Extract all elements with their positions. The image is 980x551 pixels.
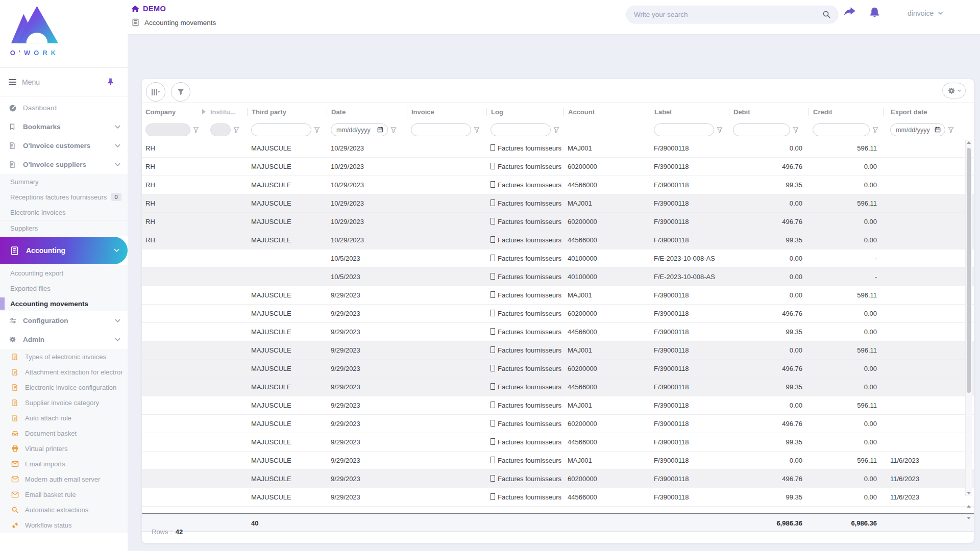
sidebar-item-document-basket[interactable]: Document basket — [0, 425, 128, 441]
vertical-scrollbar[interactable] — [965, 140, 972, 496]
cell-credit: - — [808, 255, 883, 262]
table-row[interactable]: MAJUSCULE9/29/2023Factures fournisseurs4… — [142, 323, 974, 341]
sidebar-item-supplier-invoice-category[interactable]: Supplier invoice category — [0, 395, 128, 410]
table-row[interactable]: RHMAJUSCULE10/29/2023Factures fournisseu… — [142, 139, 974, 158]
user-menu[interactable]: dinvoice — [908, 9, 943, 17]
sidebar-item-accounting-movements[interactable]: Accounting movements — [0, 296, 128, 311]
table-row[interactable]: 10/5/2023Factures fournisseurs40100000F/… — [142, 268, 974, 286]
table-row[interactable]: RHMAJUSCULE10/29/2023Factures fournisseu… — [142, 176, 974, 194]
sidebar-item-modern-auth-email-server[interactable]: Modern auth email server — [0, 471, 128, 487]
sidebar-item-email-imports[interactable]: Email imports — [0, 456, 128, 471]
sidebar-item-dashboard[interactable]: Dashboard — [0, 98, 128, 117]
col-header-export-date[interactable]: Export date — [883, 108, 960, 116]
filter-funnel-institution[interactable] — [233, 127, 239, 133]
sidebar-item-o-invoice-customers[interactable]: O'Invoice customers — [0, 136, 128, 155]
table-row[interactable]: RHMAJUSCULE10/29/2023Factures fournisseu… — [142, 231, 974, 249]
sidebar-item-electronic-invoice-configuration[interactable]: Electronic invoice configuration — [0, 380, 128, 395]
filter-input-date[interactable] — [331, 127, 377, 134]
pin-icon[interactable] — [107, 78, 114, 86]
filter-funnel-company[interactable] — [193, 127, 199, 133]
sidebar-item-accounting[interactable]: Accounting — [0, 237, 128, 264]
notifications-icon[interactable] — [869, 7, 880, 19]
col-header-invoice[interactable]: Invoice — [407, 108, 486, 116]
sidebar-item-summary[interactable]: Summary — [0, 174, 128, 189]
sidebar-item-exported-files[interactable]: Exported files — [0, 281, 128, 296]
sidebar-item-bookmarks[interactable]: Bookmarks — [0, 117, 128, 136]
filter-funnel-credit[interactable] — [872, 127, 878, 133]
col-header-log[interactable]: Log — [486, 108, 563, 116]
filter-input-debit[interactable] — [733, 127, 790, 134]
col-header-institution[interactable]: Institu... — [210, 108, 247, 116]
table-row[interactable]: RHMAJUSCULE10/29/2023Factures fournisseu… — [142, 194, 974, 213]
table-settings-button[interactable] — [942, 83, 966, 98]
cell-account: 44566000 — [563, 383, 650, 391]
filter-input-invoice[interactable] — [411, 127, 471, 134]
filter-funnel-export-date[interactable] — [948, 127, 954, 133]
col-header-label[interactable]: Label — [650, 108, 729, 116]
table-row[interactable]: MAJUSCULE9/29/2023Factures fournisseurs4… — [142, 488, 974, 507]
sidebar-item-automatic-extractions[interactable]: Automatic extractions — [0, 502, 128, 517]
sidebar-item-electronic-invoices[interactable]: Electronic Invoices — [0, 205, 128, 220]
search-icon[interactable] — [822, 10, 831, 19]
sidebar-item-workflow-status[interactable]: Workflow status — [0, 517, 128, 533]
col-header-debit[interactable]: Debit — [729, 108, 808, 116]
filter-funnel-debit[interactable] — [793, 127, 799, 133]
filter-input-third-party[interactable] — [252, 127, 311, 134]
table-row[interactable]: MAJUSCULE9/29/2023Factures fournisseurs6… — [142, 360, 974, 378]
sidebar-item-admin[interactable]: Admin — [0, 330, 128, 349]
scroll-down-icon[interactable] — [967, 492, 971, 494]
sidebar-item-suppliers[interactable]: Suppliers — [0, 220, 128, 236]
sidebar-item-configuration[interactable]: Configuration — [0, 311, 128, 330]
table-row[interactable]: RHMAJUSCULE10/29/2023Factures fournisseu… — [142, 213, 974, 231]
sidebar-item-auto-attach-rule[interactable]: Auto attach rule — [0, 410, 128, 425]
filter-funnel-third-party[interactable] — [314, 127, 320, 133]
table-row[interactable]: MAJUSCULE9/29/2023Factures fournisseurs6… — [142, 470, 974, 488]
sidebar-item-accounting-export[interactable]: Accounting export — [0, 265, 128, 281]
table-row[interactable]: MAJUSCULE9/29/2023Factures fournisseursM… — [142, 452, 974, 470]
totals-scrollbar[interactable] — [966, 504, 972, 521]
sidebar-item-o-invoice-suppliers[interactable]: O'Invoice suppliers — [0, 155, 128, 174]
columns-button[interactable] — [146, 82, 165, 102]
filter-input-export-date[interactable] — [891, 127, 935, 134]
expand-columns[interactable] — [202, 108, 210, 116]
sidebar-item-types-of-electronic-invoices[interactable]: Types of electronic invoices — [0, 349, 128, 364]
cell-debit: 496.76 — [729, 163, 808, 170]
sidebar-item-virtual-printers[interactable]: Virtual printers — [0, 441, 128, 456]
table-row[interactable]: MAJUSCULE9/29/2023Factures fournisseurs6… — [142, 415, 974, 433]
scrollbar-thumb[interactable] — [967, 148, 971, 393]
scroll-up-icon[interactable] — [967, 141, 971, 144]
filter-funnel-label[interactable] — [717, 127, 723, 133]
col-header-third-party[interactable]: Third party — [247, 108, 327, 116]
table-row[interactable]: RHMAJUSCULE10/29/2023Factures fournisseu… — [142, 158, 974, 176]
table-row[interactable]: 10/5/2023Factures fournisseurs40100000F/… — [142, 249, 974, 268]
col-header-date[interactable]: Date — [327, 108, 407, 116]
filter-funnel-date[interactable] — [390, 127, 397, 133]
sidebar-item-attachment-extraction-for-electron[interactable]: Attachment extraction for electron — [0, 364, 128, 380]
col-header-company[interactable]: Company — [142, 108, 202, 116]
search-input[interactable] — [627, 11, 822, 18]
table-row[interactable]: MAJUSCULE9/29/2023Factures fournisseurs4… — [142, 378, 974, 396]
sidebar-item-r-ceptions-factures-fournisseurs[interactable]: Réceptions factures fournisseurs0 — [0, 189, 128, 205]
filter-input-label[interactable] — [654, 127, 714, 134]
col-header-credit[interactable]: Credit — [808, 108, 883, 116]
table-row[interactable]: MAJUSCULE9/29/2023Factures fournisseursM… — [142, 286, 974, 305]
filter-funnel-log[interactable] — [553, 127, 559, 133]
share-icon[interactable] — [843, 7, 856, 18]
table-row[interactable]: MAJUSCULE9/29/2023Factures fournisseurs6… — [142, 305, 974, 323]
hamburger-icon[interactable] — [9, 79, 16, 85]
filter-button[interactable] — [171, 82, 190, 102]
scroll-down-icon[interactable] — [967, 517, 971, 519]
home-icon[interactable] — [131, 5, 139, 13]
missing-glyph-icon — [491, 475, 495, 482]
filter-input-credit[interactable] — [813, 127, 869, 134]
filter-funnel-invoice[interactable] — [474, 127, 480, 133]
table-row[interactable]: MAJUSCULE9/29/2023Factures fournisseursM… — [142, 396, 974, 415]
sidebar-item-email-basket-rule[interactable]: Email basket rule — [0, 487, 128, 502]
table-row[interactable]: MAJUSCULE9/29/2023Factures fournisseursM… — [142, 341, 974, 360]
col-header-account[interactable]: Account — [563, 108, 650, 116]
filter-input-log[interactable] — [491, 127, 550, 134]
scroll-up-icon[interactable] — [967, 505, 971, 508]
calendar-icon[interactable] — [377, 126, 383, 135]
table-row[interactable]: MAJUSCULE9/29/2023Factures fournisseurs4… — [142, 433, 974, 452]
calendar-icon[interactable] — [935, 126, 941, 135]
